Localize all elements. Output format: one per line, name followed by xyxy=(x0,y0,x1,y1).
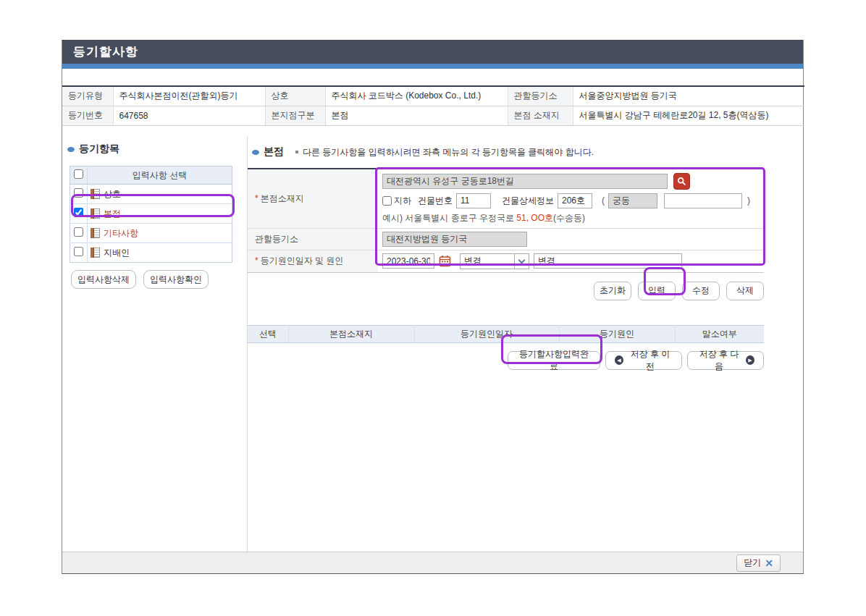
panel-title: 등기항목 xyxy=(67,143,247,156)
address-search-button[interactable] xyxy=(673,173,690,190)
list-item: 기타사항 xyxy=(70,224,232,243)
section-note: 다른 등기사항을 입력하시려면 좌측 메뉴의 각 등기항목을 클릭해야 합니다. xyxy=(303,146,594,159)
info-value: 서울특별시 강남구 테헤란로20길 12, 5층(역삼동) xyxy=(573,106,804,125)
book-icon xyxy=(91,248,100,258)
registration-dialog: 등기할사항 등기유형 주식회사본점이전(관할외)등기 상호 주식회사 코드박스 … xyxy=(62,40,804,574)
section-header: 본점 다른 등기사항을 입력하시려면 좌측 메뉴의 각 등기항목을 클릭해야 합… xyxy=(252,145,804,159)
save-next-button[interactable]: 저장 후 다음 ▶ xyxy=(687,351,764,370)
column-header: 등기원인 xyxy=(559,325,675,342)
info-value: 주식회사본점이전(관할외)등기 xyxy=(113,86,265,106)
item-checkbox-gita[interactable] xyxy=(74,227,83,237)
section-bullet-icon xyxy=(67,147,75,152)
column-header: 말소여부 xyxy=(675,325,764,342)
arrow-right-icon: ▶ xyxy=(746,355,754,365)
address-example-text: 예시) 서울특별시 종로구 우정국로 51, OO호(수송동) xyxy=(382,212,764,224)
registry-office-input xyxy=(382,232,527,247)
complete-entry-button[interactable]: 등기할사항입력완료 xyxy=(508,351,600,370)
info-label: 등기유형 xyxy=(62,86,113,106)
book-icon xyxy=(91,228,100,238)
info-value: 647658 xyxy=(113,106,265,125)
section-bullet-icon xyxy=(252,150,259,155)
table-header-row: 선택 본점소재지 등기원인일자 등기원인 말소여부 xyxy=(248,325,764,342)
address-input xyxy=(382,174,668,189)
dong-input xyxy=(608,193,657,208)
info-value: 주식회사 코드박스 (Kodebox Co., Ltd.) xyxy=(325,86,508,106)
building-no-label: 건물번호 xyxy=(418,195,453,207)
result-table: 선택 본점소재지 등기원인일자 등기원인 말소여부 xyxy=(248,325,764,343)
building-no-input[interactable] xyxy=(456,193,491,208)
close-button[interactable]: 닫기 ✕ xyxy=(736,554,781,572)
input-button[interactable]: 입력 xyxy=(638,282,676,300)
column-header: 선택 xyxy=(248,325,288,342)
info-label: 등기번호 xyxy=(62,106,113,125)
table-row: 등기번호 647658 본지점구분 본점 본점 소재지 서울특별시 강남구 테헤… xyxy=(62,106,804,125)
registry-field-label: 관할등기소 xyxy=(248,228,378,250)
building-detail-input[interactable] xyxy=(558,193,592,208)
info-label: 관할등기소 xyxy=(508,86,573,106)
bonjeom-form-table: *본점소재지 지하 건물번호 건물상세정보 ( xyxy=(248,168,764,273)
save-previous-button[interactable]: ◀ 저장 후 이전 xyxy=(605,351,682,370)
modify-button[interactable]: 수정 xyxy=(682,282,720,300)
delete-items-button[interactable]: 입력사항삭제 xyxy=(71,270,136,289)
dialog-titlebar: 등기할사항 xyxy=(62,40,803,64)
reset-button[interactable]: 초기화 xyxy=(594,282,631,300)
sidebar-item-bonjeom[interactable]: 본점 xyxy=(88,204,232,224)
book-icon xyxy=(91,208,100,219)
basement-checkbox-label: 지하 xyxy=(382,195,411,207)
calendar-icon[interactable] xyxy=(439,255,451,267)
select-header: 입력사항 선택 xyxy=(88,166,232,185)
item-checkbox-sangho[interactable] xyxy=(74,188,83,198)
column-header: 등기원인일자 xyxy=(414,325,559,342)
cause-date-input[interactable] xyxy=(382,253,434,269)
item-checkbox-bonjeom[interactable] xyxy=(74,208,83,217)
sidebar-item-sangho[interactable]: 상호 xyxy=(88,185,232,204)
registration-items-panel: 등기항목 입력사항 선택 상호 본점 기타사 xyxy=(62,136,247,570)
section-title: 본점 xyxy=(264,145,284,159)
list-item: 지배인 xyxy=(70,243,232,263)
item-select-table: 입력사항 선택 상호 본점 기타사항 xyxy=(70,166,232,263)
dialog-footer: 닫기 ✕ xyxy=(62,552,803,573)
info-value: 서울중앙지방법원 등기국 xyxy=(573,86,804,106)
select-all-checkbox[interactable] xyxy=(74,169,83,179)
extra-address-input[interactable] xyxy=(664,193,742,208)
page-title: 등기할사항 xyxy=(73,43,138,60)
main-form-panel: 본점 다른 등기사항을 입력하시려면 좌측 메뉴의 각 등기항목을 클릭해야 합… xyxy=(247,136,804,570)
list-item: 상호 xyxy=(70,185,232,204)
info-label: 본지점구분 xyxy=(265,106,325,125)
address-field-label: *본점소재지 xyxy=(248,169,378,228)
basement-checkbox[interactable] xyxy=(382,196,392,206)
cause-text-input[interactable] xyxy=(534,253,682,269)
arrow-left-icon: ◀ xyxy=(615,355,623,365)
item-checkbox-jibaein[interactable] xyxy=(74,247,83,256)
column-header: 본점소재지 xyxy=(288,325,414,342)
building-detail-label: 건물상세정보 xyxy=(502,195,554,207)
close-icon: ✕ xyxy=(765,557,773,569)
info-label: 본점 소재지 xyxy=(508,106,573,125)
registration-info-table: 등기유형 주식회사본점이전(관할외)등기 상호 주식회사 코드박스 (Kodeb… xyxy=(62,85,804,126)
sidebar-item-jibaein[interactable]: 지배인 xyxy=(88,243,232,263)
sidebar-item-gitasahang[interactable]: 기타사항 xyxy=(88,224,232,243)
chevron-down-icon xyxy=(514,254,529,269)
info-label: 상호 xyxy=(265,86,325,106)
info-value: 본점 xyxy=(325,106,508,125)
cause-type-select[interactable]: 변경 xyxy=(460,253,529,269)
note-bullet-icon xyxy=(295,151,298,153)
confirm-items-button[interactable]: 입력사항확인 xyxy=(143,270,209,289)
search-icon xyxy=(677,177,686,186)
titlebar-accent-strip xyxy=(62,64,803,69)
table-row: 등기유형 주식회사본점이전(관할외)등기 상호 주식회사 코드박스 (Kodeb… xyxy=(62,86,804,106)
cause-field-label: *등기원인일자 및 원인 xyxy=(248,250,378,272)
book-icon xyxy=(91,189,100,199)
list-item: 본점 xyxy=(70,204,232,224)
delete-button[interactable]: 삭제 xyxy=(726,282,764,300)
